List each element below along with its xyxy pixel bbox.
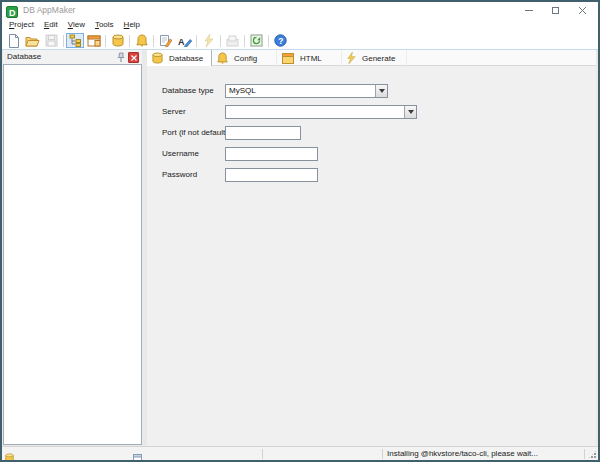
username-label: Username	[162, 149, 199, 158]
toolbar-separator	[63, 35, 64, 47]
maximize-button[interactable]	[542, 2, 569, 18]
password-input[interactable]	[225, 168, 318, 182]
database-type-value: MySQL	[229, 86, 256, 95]
tab-label: HTML	[300, 51, 322, 66]
database-type-label: Database type	[162, 86, 214, 95]
status-separator	[382, 449, 383, 459]
toolbar-separator	[220, 35, 221, 47]
port-label: Port (if not default)	[162, 128, 228, 137]
bell-icon	[217, 52, 228, 64]
status-message: Installing @hkvstore/taco-cli, please wa…	[387, 449, 538, 458]
close-icon	[131, 55, 137, 61]
main-area: Database Config HTML Generate	[147, 50, 596, 446]
tab-label: Generate	[362, 51, 395, 66]
config-button[interactable]	[132, 33, 151, 49]
toolbar-separator	[129, 35, 130, 47]
username-input[interactable]	[225, 147, 318, 161]
toolbar-separator	[153, 35, 154, 47]
database-type-select[interactable]: MySQL	[225, 84, 388, 98]
bell-icon	[136, 34, 148, 47]
status-separator	[584, 449, 585, 459]
database-tree[interactable]	[3, 64, 142, 445]
tab-config[interactable]: Config	[212, 50, 277, 66]
lightning-icon	[204, 34, 214, 47]
form-row-port: Port (if not default)	[147, 126, 596, 140]
html-window-icon	[282, 53, 294, 64]
form-row-username: Username	[147, 147, 596, 161]
tab-label: Database	[169, 51, 203, 66]
database-icon	[152, 52, 163, 64]
menu-bar: Project Edit View Tools Help	[2, 18, 598, 32]
help-button[interactable]: ?	[271, 33, 290, 49]
pin-button[interactable]	[115, 52, 126, 63]
panel-close-button[interactable]	[128, 52, 139, 63]
lightning-icon	[347, 52, 356, 64]
minimize-button[interactable]	[515, 2, 542, 18]
toolbar-separator	[244, 35, 245, 47]
close-icon	[578, 6, 587, 15]
title-bar: D DB AppMaker	[2, 2, 598, 18]
app-window: D DB AppMaker Project Edit View Tools He…	[0, 0, 600, 462]
open-project-button[interactable]	[23, 33, 42, 49]
publish-icon	[226, 35, 239, 47]
toolbar: A ?	[2, 32, 598, 49]
save-project-button[interactable]	[42, 33, 61, 49]
menu-edit[interactable]: Edit	[39, 18, 63, 32]
window-inner: D DB AppMaker Project Edit View Tools He…	[2, 2, 598, 460]
refresh-window-icon	[250, 34, 263, 47]
password-label: Password	[162, 170, 197, 179]
chevron-down-icon[interactable]	[375, 85, 387, 97]
status-bar: Installing @hkvstore/taco-cli, please wa…	[2, 446, 598, 460]
tab-html[interactable]: HTML	[277, 50, 342, 66]
database-icon	[112, 34, 124, 47]
toolbar-separator	[196, 35, 197, 47]
toolbar-separator	[268, 35, 269, 47]
window-controls	[515, 2, 596, 18]
new-project-button[interactable]	[4, 33, 23, 49]
help-icon: ?	[274, 34, 287, 47]
tab-database[interactable]: Database	[147, 50, 212, 66]
port-input[interactable]	[225, 126, 301, 140]
server-select[interactable]	[225, 105, 417, 119]
panel-icon	[87, 35, 101, 47]
tab-generate[interactable]: Generate	[342, 50, 407, 66]
window-title: DB AppMaker	[23, 2, 75, 18]
menu-tools[interactable]: Tools	[90, 18, 119, 32]
database-panel-title: Database	[7, 50, 41, 64]
menu-project[interactable]: Project	[4, 18, 39, 32]
open-folder-icon	[25, 34, 40, 47]
status-database-icon	[5, 449, 14, 460]
database-tab-content: Database type MySQL Server	[147, 66, 596, 446]
database-panel: Database	[3, 50, 143, 446]
edit-template-button[interactable]	[156, 33, 175, 49]
output-panel-button[interactable]	[84, 33, 103, 49]
menu-view[interactable]: View	[63, 18, 90, 32]
minimize-icon	[525, 10, 533, 11]
edit-page-icon	[159, 34, 172, 47]
form-row-password: Password	[147, 168, 596, 182]
generate-button[interactable]	[199, 33, 218, 49]
resize-grip-icon[interactable]	[588, 450, 597, 459]
toolbar-separator	[105, 35, 106, 47]
server-label: Server	[162, 107, 186, 116]
save-icon	[45, 34, 58, 47]
publish-button[interactable]	[223, 33, 242, 49]
form-row-server: Server	[147, 105, 596, 119]
menu-help[interactable]: Help	[119, 18, 145, 32]
database-panel-header: Database	[3, 50, 142, 64]
tree-view-icon	[69, 34, 82, 47]
svg-text:D: D	[9, 8, 16, 18]
form-row-database-type: Database type MySQL	[147, 84, 596, 98]
svg-text:?: ?	[278, 36, 283, 46]
maximize-icon	[552, 7, 559, 14]
close-button[interactable]	[569, 2, 596, 18]
database-objects-button[interactable]	[66, 33, 84, 48]
tab-label: Config	[234, 51, 257, 66]
font-edit-icon: A	[178, 35, 192, 47]
status-window-icon	[133, 449, 142, 460]
code-editor-button[interactable]: A	[175, 33, 194, 49]
chevron-down-icon[interactable]	[404, 106, 416, 118]
database-button[interactable]	[108, 33, 127, 49]
new-document-icon	[7, 34, 20, 48]
browse-button[interactable]	[247, 33, 266, 49]
